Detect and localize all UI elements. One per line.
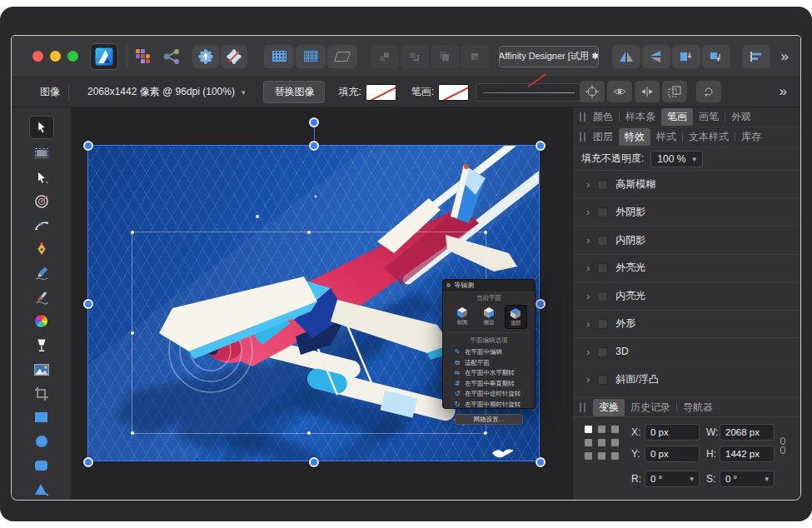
effect-checkbox[interactable]: [597, 235, 608, 246]
move-to-back-button[interactable]: [461, 45, 489, 68]
move-backward-button[interactable]: [431, 45, 459, 68]
snap-to-center-button[interactable]: [635, 81, 660, 102]
isometric-panel[interactable]: 等轴测 当前平面 前面 侧边 顶部: [442, 279, 536, 409]
tab-appearance[interactable]: 外观: [731, 110, 751, 124]
chevron-right-icon[interactable]: ›: [586, 234, 590, 247]
grid-plane-editor-button[interactable]: [327, 45, 357, 68]
plane-side-button[interactable]: 侧边: [478, 305, 501, 329]
move-forward-button[interactable]: [401, 45, 429, 68]
chevron-right-icon[interactable]: ›: [586, 373, 590, 386]
resize-handle-mid-left[interactable]: [83, 299, 93, 309]
move-to-front-button[interactable]: [371, 45, 399, 68]
tab-color[interactable]: 颜色: [593, 110, 613, 124]
fill-tool[interactable]: [31, 311, 52, 331]
rotate-counterclockwise-button[interactable]: [672, 45, 700, 68]
effect-checkbox[interactable]: [597, 291, 608, 301]
tab-navigator[interactable]: 导航器: [683, 401, 713, 415]
grid-settings-button[interactable]: 网格设置...: [455, 414, 523, 425]
edit-in-plane-option[interactable]: ✎在平面中编辑: [453, 347, 535, 358]
chevron-right-icon[interactable]: ›: [586, 178, 590, 191]
resize-handle-top-center[interactable]: [309, 141, 319, 151]
tab-stroke[interactable]: 笔画: [661, 108, 693, 126]
fill-swatch[interactable]: [366, 84, 396, 101]
vector-crop-tool[interactable]: [31, 384, 52, 404]
vector-brush-tool[interactable]: [31, 287, 52, 307]
effect-checkbox[interactable]: [597, 318, 608, 329]
node-tool[interactable]: [31, 167, 52, 187]
triangle-tool[interactable]: [31, 480, 52, 500]
show-grid-button[interactable]: [264, 45, 294, 68]
flip-horizontal-button[interactable]: [612, 45, 640, 68]
effect-checkbox[interactable]: [597, 374, 608, 385]
effect-checkbox[interactable]: [597, 346, 608, 357]
chevron-right-icon[interactable]: ›: [586, 262, 590, 274]
rotate-clockwise-button[interactable]: [702, 45, 730, 68]
zoom-window-button[interactable]: [67, 51, 78, 62]
tab-text-styles[interactable]: 文本样式: [689, 130, 729, 144]
shear-field[interactable]: 0 °▾: [720, 471, 775, 487]
isometric-panel-titlebar[interactable]: 等轴测: [443, 280, 535, 291]
fit-to-plane-option[interactable]: ⧉适配平面: [453, 358, 535, 369]
effect-checkbox[interactable]: [597, 207, 608, 217]
resize-handle-bottom-left[interactable]: [83, 457, 93, 467]
show-pixel-grid-button[interactable]: [296, 45, 326, 68]
effect-checkbox[interactable]: [597, 179, 608, 190]
share-icon[interactable]: [162, 48, 181, 65]
more-context-chevron[interactable]: »: [780, 84, 787, 98]
rotate-ccw-in-plane-option[interactable]: ↺在平面中逆时针旋转: [453, 389, 535, 400]
transform-objects-separately-button[interactable]: [662, 81, 687, 102]
stroke-swatch[interactable]: [438, 84, 469, 101]
minimize-window-button[interactable]: [50, 51, 61, 62]
canvas-viewport[interactable]: 等轴测 当前平面 前面 侧边 顶部: [72, 107, 572, 500]
anchor-point-selector[interactable]: [585, 426, 619, 460]
rotate-cw-in-plane-option[interactable]: ↻在平面中顺时针旋转: [453, 400, 535, 411]
pencil-tool[interactable]: [31, 263, 52, 283]
tab-history[interactable]: 历史记录: [630, 401, 670, 415]
artboard-tool[interactable]: [31, 143, 52, 163]
tab-brushes[interactable]: 画笔: [699, 110, 719, 124]
chevron-right-icon[interactable]: ›: [586, 206, 590, 218]
flip-horizontal-in-plane-option[interactable]: ⇋在平面中水平翻转: [453, 368, 535, 379]
rotation-field[interactable]: 0 °▾: [645, 471, 700, 487]
chevron-right-icon[interactable]: ›: [586, 290, 590, 302]
effect-checkbox[interactable]: [597, 262, 608, 273]
resize-handle-top-left[interactable]: [83, 141, 93, 151]
w-field[interactable]: 2068 px: [720, 424, 775, 441]
close-window-button[interactable]: [32, 51, 43, 62]
preview-eye-button[interactable]: [607, 81, 632, 102]
fill-opacity-dropdown[interactable]: 100 % ▾: [650, 151, 703, 167]
cycle-selection-box-button[interactable]: [696, 81, 721, 102]
resize-handle-mid-right[interactable]: [536, 299, 545, 309]
place-image-tool[interactable]: [31, 360, 52, 380]
panel-drag-handle-icon[interactable]: [580, 403, 585, 412]
resize-handle-bottom-center[interactable]: [309, 457, 319, 467]
alignment-button[interactable]: [742, 45, 770, 68]
transparency-tool[interactable]: [31, 336, 52, 356]
x-field[interactable]: 0 px: [645, 424, 700, 441]
move-tool[interactable]: [29, 116, 54, 139]
more-tools-chevron[interactable]: »: [781, 49, 789, 63]
flip-vertical-in-plane-option[interactable]: ⇵在平面中垂直翻转: [453, 379, 535, 390]
chevron-right-icon[interactable]: ›: [586, 346, 590, 358]
tab-styles[interactable]: 样式: [656, 130, 676, 144]
point-transform-tool[interactable]: [31, 192, 52, 212]
panel-drag-handle-icon[interactable]: [580, 132, 585, 142]
resize-handle-bottom-right[interactable]: [536, 457, 545, 467]
tab-effects[interactable]: 特效: [619, 128, 650, 146]
tab-layers[interactable]: 图层: [593, 130, 613, 144]
rotation-handle[interactable]: [309, 117, 319, 127]
snapping-disabled-button[interactable]: [221, 45, 247, 68]
flip-vertical-button[interactable]: [642, 45, 670, 68]
tab-stock[interactable]: 库存: [741, 130, 761, 144]
image-size-dropdown[interactable]: 2068x1442 像素 @ 96dpi (100%) ▾: [82, 82, 250, 102]
app-launcher-icon[interactable]: [136, 49, 151, 64]
affinity-designer-app-button[interactable]: [90, 43, 118, 70]
rectangle-tool[interactable]: [31, 407, 52, 427]
document-title[interactable]: Affinity Designer [试用 ✱: [499, 46, 599, 67]
resize-handle-top-right[interactable]: [536, 141, 545, 151]
y-field[interactable]: 0 px: [645, 446, 700, 462]
corner-tool[interactable]: [31, 215, 52, 235]
rounded-rectangle-tool[interactable]: [31, 456, 52, 476]
insertion-target-button[interactable]: [580, 81, 605, 102]
snapping-enabled-button[interactable]: [192, 45, 219, 68]
